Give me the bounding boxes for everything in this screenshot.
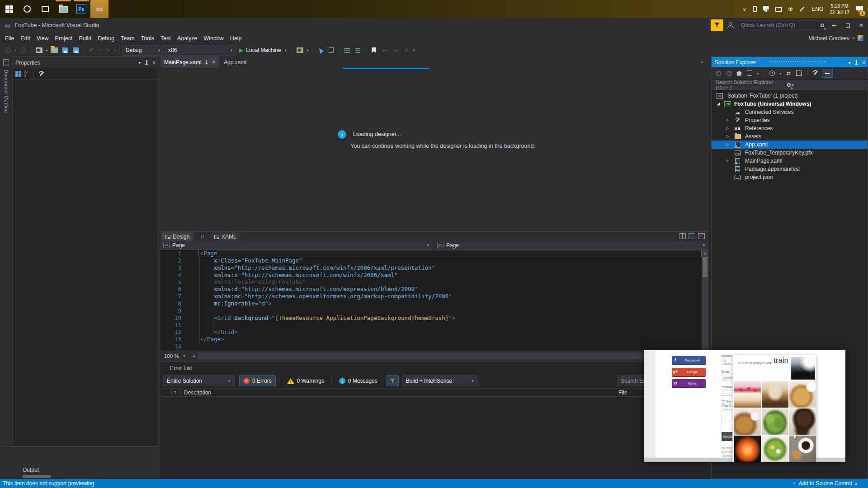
cortana-button[interactable] — [18, 0, 36, 18]
swap-panes-icon[interactable]: ↑↓ — [200, 234, 203, 239]
tab-mainpage-xaml[interactable]: MainPage.xaml ✕ — [160, 56, 219, 68]
pin-icon[interactable] — [145, 60, 149, 66]
photoshop-button[interactable]: Ps — [72, 0, 90, 18]
window-position-icon[interactable]: ▾ — [139, 60, 141, 65]
design-view-tab[interactable]: Design — [161, 232, 193, 241]
tree-item-connected-services[interactable]: ☁Connected Services — [712, 108, 868, 116]
save-all-button[interactable] — [71, 45, 81, 55]
usb-device-icon[interactable] — [750, 0, 760, 18]
captcha-cell-dessert-cup[interactable] — [762, 381, 788, 408]
menu-view[interactable]: View — [33, 34, 52, 43]
captcha-cell-coffee-beans[interactable] — [789, 408, 816, 435]
tree-expand-arrow[interactable]: ▷ — [726, 142, 729, 146]
add-to-source-control-button[interactable]: ↑ Add to Source Control ▴ — [793, 480, 865, 487]
document-outline-dock-tab[interactable]: Document Outline — [0, 56, 12, 479]
network-display-icon[interactable] — [772, 0, 785, 18]
captcha-cell-salad-bowl[interactable] — [762, 408, 788, 435]
preview-selected-items-button[interactable] — [822, 69, 833, 78]
tree-item-app-xaml[interactable]: ▷App.xaml — [712, 141, 868, 149]
defender-shield-icon[interactable] — [760, 0, 772, 18]
menu-test[interactable]: Test — [157, 34, 174, 43]
yahoo-login-button[interactable]: Y!Yahoo — [672, 379, 706, 388]
breadcrumb-member-dropdown[interactable]: <> Page ▾ — [434, 241, 708, 250]
code-line[interactable]: xmlns="http://schemas.microsoft.com/winf… — [200, 264, 701, 272]
categorized-view-button[interactable] — [15, 71, 21, 77]
visual-studio-button[interactable]: ∞ — [90, 0, 108, 18]
tree-expand-arrow[interactable]: ▷ — [726, 126, 729, 130]
captcha-cell-salad-plate[interactable] — [762, 436, 788, 462]
start-debugging-button[interactable]: ▶ Local Machine ▾ — [237, 45, 289, 55]
xaml-view-tab[interactable]: XAML — [210, 232, 241, 241]
navigate-forward-button[interactable]: ▶ — [18, 45, 28, 55]
horizontal-split-icon[interactable] — [689, 233, 695, 239]
properties-button[interactable] — [811, 69, 820, 77]
toolbar-options-icon[interactable]: ▾ — [412, 48, 416, 52]
captcha-cell-pancakes-coffee[interactable] — [789, 381, 816, 408]
code-line[interactable]: x:Class="FoxTube.MainPage" — [200, 257, 701, 264]
google-login-button[interactable]: g+Google — [672, 368, 706, 377]
solution-platform-dropdown[interactable]: x86▾ — [165, 45, 236, 56]
back-button[interactable]: ◀ — [714, 69, 722, 77]
tree-item-foxtube-universal-windows-[interactable]: ◢C#FoxTube (Universal Windows) — [712, 100, 868, 108]
close-icon[interactable]: ✕ — [212, 59, 216, 65]
navigate-back-button[interactable]: ◀ — [3, 45, 13, 55]
password-field[interactable]: ........ — [722, 390, 733, 396]
code-line[interactable]: xmlns:local="using:FoxTube" — [200, 278, 701, 286]
scrollbar-thumb[interactable] — [703, 257, 708, 277]
tab-app-xaml[interactable]: App.xaml — [220, 56, 250, 68]
menu-help[interactable]: Help — [227, 34, 245, 43]
build-intellisense-dropdown[interactable]: Build + IntelliSense▾ — [402, 375, 478, 386]
solution-configuration-dropdown[interactable]: Debug▾ — [123, 45, 164, 56]
copy-structure-button[interactable] — [326, 45, 336, 55]
tree-item-solution-foxtube-1-project-[interactable]: ∞Solution 'FoxTube' (1 project) — [712, 92, 868, 100]
task-view-button[interactable] — [36, 0, 54, 18]
switch-views-button[interactable] — [745, 69, 754, 77]
new-project-button[interactable] — [34, 45, 44, 55]
captcha-cell-salt-lamp[interactable] — [734, 436, 761, 462]
undo-button[interactable]: ↶ — [87, 45, 97, 55]
menu-build[interactable]: Build — [76, 34, 95, 43]
tree-expand-arrow[interactable]: ▷ — [726, 134, 729, 138]
menu-debug[interactable]: Debug — [94, 34, 118, 43]
volume-icon[interactable]: 🞊 — [785, 0, 796, 18]
menu-window[interactable]: Window — [200, 34, 226, 43]
menu-analyze[interactable]: Analyze — [174, 34, 200, 43]
code-line[interactable] — [200, 343, 701, 350]
sync-with-active-document-button[interactable]: ⇄ — [784, 69, 793, 77]
scroll-left-icon[interactable]: ◂ — [190, 353, 198, 358]
property-pages-button[interactable] — [38, 71, 45, 77]
captcha-cell-breakfast-plate[interactable] — [734, 408, 761, 435]
intellisense-filter-button[interactable] — [387, 375, 399, 386]
code-line[interactable]: </Page> — [200, 336, 701, 343]
clock[interactable]: 5:16 PM22-Jul-17 — [826, 0, 853, 18]
collapse-all-button[interactable] — [795, 69, 803, 77]
clear-bookmarks-button[interactable]: ✕ — [401, 45, 411, 55]
tree-item-project-json[interactable]: {…}project.json — [712, 173, 868, 181]
feedback-flag-button[interactable] — [711, 19, 723, 31]
code-line[interactable]: xmlns:d="http://schemas.microsoft.com/ex… — [200, 286, 701, 293]
tree-item-references[interactable]: ▷References — [712, 124, 868, 132]
next-bookmark-button[interactable]: ↪ — [391, 45, 401, 55]
expand-pane-icon[interactable] — [698, 233, 705, 239]
tray-expand-chevron[interactable]: ∨ — [740, 0, 750, 18]
errors-filter-button[interactable]: ✕ 0 Errors — [239, 375, 276, 386]
breadcrumb-element-dropdown[interactable]: <> Page ▾ — [160, 241, 433, 250]
splitter-grip-icon[interactable]: ✚ — [703, 251, 708, 256]
close-icon[interactable]: ✕ — [152, 60, 156, 65]
account-area[interactable]: Michael Gordeev ▾ — [808, 33, 863, 44]
warnings-filter-button[interactable]: 0 Warnings — [283, 375, 328, 386]
pin-icon[interactable] — [854, 60, 859, 66]
tree-expand-arrow[interactable]: ▷ — [726, 118, 729, 122]
username-field[interactable]: dr dooli — [722, 359, 733, 365]
code-line[interactable]: xmlns:mc="http://schemas.openxmlformats.… — [200, 293, 701, 300]
newsletter-checkbox[interactable] — [722, 400, 725, 404]
window-position-icon[interactable]: ▾ — [849, 60, 851, 65]
menu-tools[interactable]: Tools — [138, 34, 157, 43]
code-line[interactable]: <Grid Background="{ThemeResource Applica… — [200, 314, 701, 322]
redo-button[interactable]: ↷ — [102, 45, 112, 55]
code-line[interactable]: mc:Ignorable="d"> — [200, 300, 701, 307]
comment-lines-button[interactable] — [342, 45, 352, 55]
solution-explorer-search-input[interactable]: Search Solution Explorer (Ctrl+;) ▾ — [712, 80, 867, 90]
xaml-code-editor[interactable]: 1234567891011121314 <Page x:Class="FoxTu… — [160, 250, 708, 350]
quick-launch-input[interactable]: Quick Launch (Ctrl+Q) — [738, 20, 827, 30]
